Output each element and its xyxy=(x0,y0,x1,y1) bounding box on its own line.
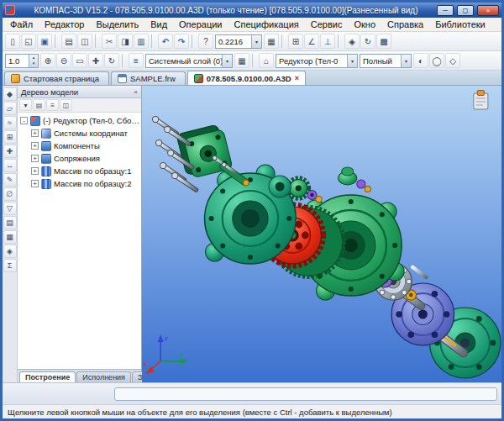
tree-item[interactable]: + Системы координат xyxy=(18,127,141,139)
menu-item[interactable]: Операции xyxy=(173,18,228,30)
arrays-button[interactable]: ⊞ xyxy=(3,130,17,144)
measure-button[interactable]: ∅ xyxy=(3,187,17,201)
tree-expander-icon[interactable]: + xyxy=(31,142,39,150)
orientation-button[interactable]: ⌂ xyxy=(259,53,274,68)
menu-item[interactable]: Файл xyxy=(4,18,39,30)
pan-button[interactable]: ✚ xyxy=(88,53,103,68)
tree-panel-header: Дерево модели × xyxy=(18,86,141,98)
zoom-area-button[interactable]: ▭ xyxy=(72,53,87,68)
tree-item-icon xyxy=(41,179,51,189)
layer-combo[interactable]: Системный слой (0) ▾ xyxy=(145,54,233,68)
separator xyxy=(281,34,286,48)
zoom-combo[interactable]: 1.0 ▴▾ xyxy=(5,54,39,68)
curves-button[interactable]: ≈ xyxy=(3,116,17,129)
designations-button[interactable]: ✎ xyxy=(3,173,17,187)
zoom-out-button[interactable]: ⊖ xyxy=(56,53,71,68)
detail-combo[interactable]: Полный ▾ xyxy=(360,54,412,68)
aux-geometry-button[interactable]: ✚ xyxy=(3,145,17,158)
layers-button[interactable]: ≡ xyxy=(129,53,144,68)
maximize-button[interactable]: ◻ xyxy=(457,5,474,16)
paste-button[interactable]: ▥ xyxy=(134,34,149,49)
3d-viewport[interactable]: z y x xyxy=(142,86,501,382)
dimensions-button[interactable]: ↔ xyxy=(3,159,17,172)
value-field[interactable]: 0.2216 ▾ xyxy=(215,34,262,49)
rotate-button[interactable]: ↻ xyxy=(104,53,119,68)
new-document-button[interactable]: ▯ xyxy=(5,34,20,49)
chevron-down-icon[interactable]: ▾ xyxy=(251,35,261,48)
document-tab[interactable]: SAMPLE.frw xyxy=(111,71,186,85)
cut-button[interactable]: ✂ xyxy=(102,34,117,49)
tree-expander-icon[interactable]: + xyxy=(31,129,39,137)
tree-item[interactable]: + Сопряжения xyxy=(18,152,141,165)
print-button[interactable]: ▤ xyxy=(61,34,76,49)
snap-grid-button[interactable]: ⊞ xyxy=(288,34,303,49)
rebuild-button[interactable]: ↻ xyxy=(360,34,375,49)
document-tab[interactable]: Стартовая страница xyxy=(4,71,109,85)
wireframe-button[interactable]: ◯ xyxy=(429,53,444,68)
redo-button[interactable]: ↷ xyxy=(174,34,189,49)
tree-expander-icon[interactable]: + xyxy=(31,167,39,175)
chevron-down-icon[interactable]: ▾ xyxy=(347,55,357,67)
properties-button[interactable]: ◈ xyxy=(3,245,17,258)
document-tab[interactable]: 078.505.9.0100.00.A3D × xyxy=(187,71,306,85)
snap-angle-button[interactable]: ∠ xyxy=(304,34,319,49)
zoom-spinner[interactable]: ▴▾ xyxy=(29,55,38,67)
menu-item[interactable]: Сервис xyxy=(305,18,349,30)
tree-item[interactable]: + Массив по образцу:2 xyxy=(18,177,141,190)
tree-expander-icon[interactable]: - xyxy=(20,117,28,124)
chevron-down-icon[interactable]: ▾ xyxy=(401,55,411,67)
print-preview-button[interactable]: ◫ xyxy=(77,34,92,49)
menu-item[interactable]: Справка xyxy=(381,18,429,30)
copy-button[interactable]: ◨ xyxy=(118,34,133,49)
titlebar[interactable]: КОМПАС-3D V15.2 - 078.505.9.0100.00.A3D … xyxy=(3,3,501,18)
spin-down-icon[interactable]: ▾ xyxy=(29,61,38,66)
help-button[interactable]: ? xyxy=(198,34,213,49)
filter-button[interactable]: ▽ xyxy=(3,202,17,215)
menu-item[interactable]: Окно xyxy=(348,18,381,30)
variables-button[interactable]: ◈ xyxy=(344,34,360,49)
tab-close-icon[interactable]: × xyxy=(295,74,299,82)
component-button[interactable]: ◆ xyxy=(3,87,17,101)
separator xyxy=(192,34,196,48)
additional-panel-button[interactable]: ◫ xyxy=(60,99,72,111)
menu-item[interactable]: Библиотеки xyxy=(429,18,491,30)
save-document-button[interactable]: ▣ xyxy=(37,34,52,49)
reports-button[interactable]: ▦ xyxy=(3,230,17,244)
spin-up-icon[interactable]: ▴ xyxy=(29,55,38,61)
tree-structure-button[interactable]: ▾ xyxy=(19,99,32,111)
layer-settings-button[interactable]: ▦ xyxy=(234,53,249,68)
library-button[interactable]: ▩ xyxy=(376,34,391,49)
tree-item[interactable]: + Компоненты xyxy=(18,139,141,152)
undo-button[interactable]: ↶ xyxy=(158,34,173,49)
shading-button[interactable]: ◐ xyxy=(413,53,428,68)
specification-button[interactable]: ▤ xyxy=(3,216,17,229)
perspective-button[interactable]: ◇ xyxy=(445,53,460,68)
exploded-view-indicator-icon[interactable] xyxy=(474,91,488,110)
calculator-button[interactable]: ▦ xyxy=(264,34,279,49)
part-cover-plate[interactable] xyxy=(205,165,297,264)
property-field[interactable] xyxy=(114,387,497,401)
tree-expander-icon[interactable]: + xyxy=(31,180,39,187)
panel-tab[interactable]: Построение xyxy=(19,371,76,382)
property-bar xyxy=(3,382,501,404)
tree-composition-button[interactable]: ▤ xyxy=(33,99,45,111)
tree-item[interactable]: - (-) Редуктор (Тел-0, Сборочн xyxy=(18,114,141,127)
close-button[interactable]: × xyxy=(477,5,499,16)
tree-close-icon[interactable]: × xyxy=(134,88,138,96)
model-combo[interactable]: Редуктор (Тел-0 ▾ xyxy=(276,54,358,68)
zoom-in-button[interactable]: ⊕ xyxy=(40,53,55,68)
menu-item[interactable]: Спецификация xyxy=(228,18,305,30)
menu-item[interactable]: Выделить xyxy=(90,18,144,30)
macro-button[interactable]: Σ xyxy=(3,259,17,272)
tree-expander-icon[interactable]: + xyxy=(31,155,39,162)
menu-item[interactable]: Вид xyxy=(144,18,173,30)
snap-ortho-button[interactable]: ⊥ xyxy=(320,34,335,49)
tree-item[interactable]: + Массив по образцу:1 xyxy=(18,165,141,177)
chevron-down-icon[interactable]: ▾ xyxy=(222,55,232,67)
menu-item[interactable]: Редактор xyxy=(39,18,90,30)
relations-button[interactable]: ≡ xyxy=(46,99,59,111)
open-document-button[interactable]: ◱ xyxy=(21,34,36,49)
minimize-button[interactable]: ─ xyxy=(437,5,454,16)
panel-tab[interactable]: Исполнения xyxy=(76,371,131,382)
surfaces-button[interactable]: ▱ xyxy=(3,102,17,115)
